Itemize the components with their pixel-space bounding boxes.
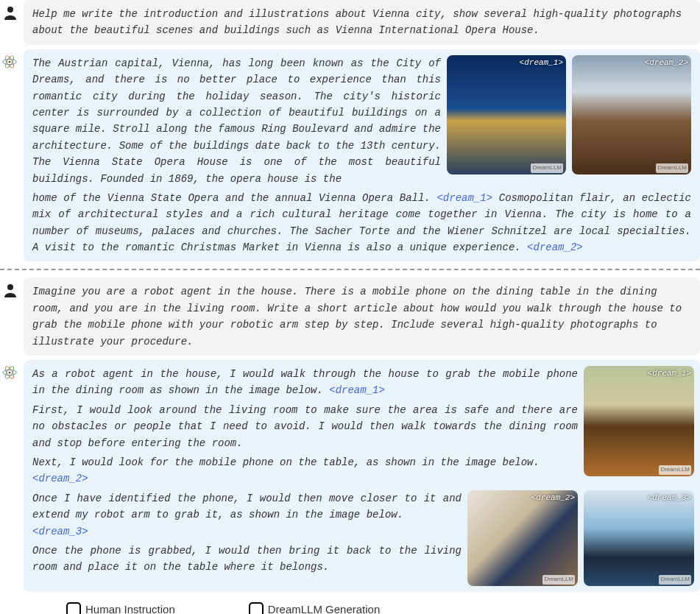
generated-image-dream3: <dream_3> DreamLLM — [584, 490, 694, 586]
legend-label: DreamLLM Generation — [268, 603, 381, 614]
legend: Human Instruction DreamLLM Generation — [0, 596, 700, 614]
text-span: Next, I would look for the mobile phone … — [32, 456, 540, 468]
atom-icon — [1, 364, 18, 381]
image-label: <dream_2> — [645, 57, 688, 70]
human-avatar — [1, 4, 19, 25]
model-response-1: The Austrian capital, Vienna, has long b… — [24, 49, 700, 262]
model-text-top: The Austrian capital, Vienna, has long b… — [32, 55, 441, 187]
human-avatar — [1, 282, 19, 303]
model-p3: Next, I would look for the mobile phone … — [32, 454, 578, 487]
legend-box-icon — [249, 602, 264, 614]
human-prompt-1: Help me write the introduction and illus… — [24, 0, 700, 45]
text-span: home of the Vienna State Opera and the a… — [32, 192, 436, 204]
dream-ref-1: <dream_1> — [436, 192, 492, 204]
legend-label: Human Instruction — [85, 603, 175, 614]
model-avatar — [1, 54, 19, 73]
model-p1: As a robot agent in the house, I would w… — [32, 366, 578, 399]
generated-image-dream2: <dream_2> DreamLLM — [572, 55, 691, 174]
generated-image-dream2: <dream_2> DreamLLM — [467, 490, 578, 586]
divider — [0, 269, 700, 270]
human-prompt-2: Imagine you are a robot agent in the hou… — [24, 278, 700, 356]
watermark: DreamLLM — [659, 575, 691, 585]
svg-point-5 — [7, 284, 13, 290]
conversation-turn-human-2: Imagine you are a robot agent in the hou… — [0, 278, 700, 356]
model-text-bottom: home of the Vienna State Opera and the a… — [32, 190, 691, 256]
legend-item-model: DreamLLM Generation — [249, 602, 381, 614]
conversation-turn-human-1: Help me write the introduction and illus… — [0, 0, 700, 45]
svg-point-9 — [9, 372, 11, 374]
model-p2: First, I would look around the living ro… — [32, 402, 578, 451]
conversation-turn-model-1: The Austrian capital, Vienna, has long b… — [0, 49, 700, 262]
person-icon — [1, 4, 19, 22]
generated-image-dream1: <dream_1> DreamLLM — [447, 55, 566, 174]
legend-item-human: Human Instruction — [66, 602, 175, 614]
svg-point-0 — [7, 7, 13, 13]
image-label: <dream_1> — [648, 367, 691, 381]
dream-ref-2: <dream_2> — [527, 241, 583, 253]
legend-box-icon — [66, 602, 81, 614]
model-avatar — [1, 364, 19, 384]
watermark: DreamLLM — [659, 465, 691, 475]
text-span: Once I have identified the phone, I woul… — [32, 493, 462, 521]
model-p5: Once the phone is grabbed, I would then … — [32, 543, 462, 576]
text-span: As a robot agent in the house, I would w… — [32, 368, 578, 396]
generated-image-dream1: <dream_1> DreamLLM — [584, 366, 694, 476]
image-label: <dream_3> — [648, 492, 691, 505]
watermark: DreamLLM — [531, 163, 563, 173]
image-label: <dream_1> — [520, 57, 563, 70]
watermark: DreamLLM — [542, 575, 575, 585]
dream-ref-2: <dream_2> — [32, 473, 88, 484]
atom-icon — [1, 54, 18, 70]
conversation-turn-model-2: As a robot agent in the house, I would w… — [0, 360, 700, 592]
svg-point-4 — [9, 60, 11, 63]
generated-images-row-1: <dream_1> DreamLLM <dream_2> DreamLLM — [447, 55, 691, 187]
dream-ref-1: <dream_1> — [329, 384, 385, 396]
person-icon — [1, 282, 19, 300]
watermark: DreamLLM — [656, 163, 688, 173]
model-p4: Once I have identified the phone, I woul… — [32, 490, 462, 540]
image-label: <dream_2> — [531, 492, 575, 505]
model-response-2: As a robot agent in the house, I would w… — [24, 360, 700, 592]
dream-ref-3: <dream_3> — [32, 526, 88, 537]
